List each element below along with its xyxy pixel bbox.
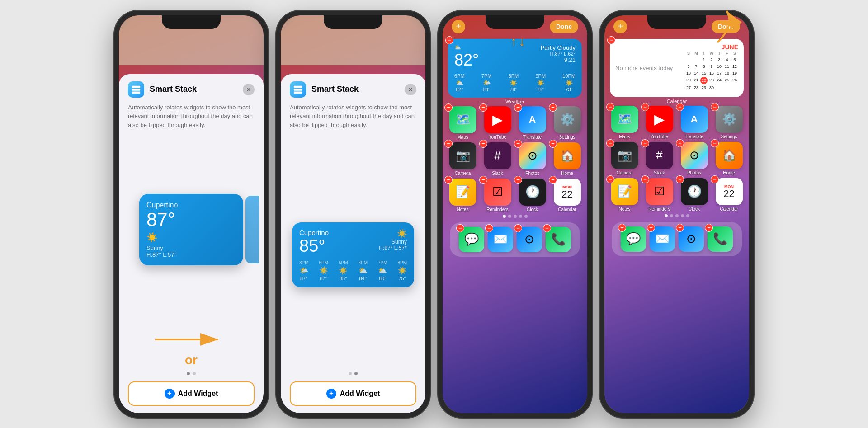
app-maps-4[interactable]: − 🗺️ Maps [609, 106, 640, 139]
minus-youtube[interactable]: − [479, 103, 487, 112]
minus-settings-4[interactable]: − [711, 103, 719, 111]
minus-calendar[interactable]: − [549, 176, 557, 184]
minus-slack[interactable]: − [479, 140, 487, 148]
weather-widget-2[interactable]: Cupertino 85° ☀️ Sunny H:87° L:57° [292, 222, 414, 287]
app-reminders-4[interactable]: − ☑ Reminders [644, 178, 675, 212]
calendar-icon-4: MON 22 [716, 178, 743, 205]
or-arrow-svg [146, 326, 236, 353]
hilo-2: H:87° L:57° [379, 245, 407, 251]
dock-safari-3[interactable]: − ⊙ [517, 227, 542, 252]
settings-icon-4: ⚙️ [716, 106, 743, 133]
hilo-1: H:87° L:57° [146, 251, 236, 258]
app-translate-3[interactable]: − A Translate [517, 106, 548, 140]
weather-label-3: Weather [448, 99, 582, 104]
app-youtube-4[interactable]: − ▶ YouTube [644, 106, 675, 139]
app-calendar-4[interactable]: − MON 22 Calendar [713, 178, 745, 212]
minus-phone-4[interactable]: − [705, 224, 713, 232]
minus-home[interactable]: − [549, 140, 557, 148]
city-1: Cupertino [146, 201, 236, 209]
minus-camera[interactable]: − [444, 140, 453, 148]
dock-phone-3[interactable]: − 📞 [546, 227, 571, 252]
youtube-label-3: YouTube [489, 135, 506, 140]
app-maps-3[interactable]: − 🗺️ Maps [447, 106, 478, 140]
phones-container: Smart Stack × Automatically rotates widg… [0, 0, 868, 428]
minus-translate[interactable]: − [514, 103, 522, 112]
minus-calendar-4[interactable]: − [711, 175, 719, 183]
app-home-4[interactable]: − 🏠 Home [713, 142, 745, 175]
youtube-label-4: YouTube [651, 134, 668, 139]
minus-mail-4[interactable]: − [647, 224, 655, 232]
weather-widget-1[interactable]: Cupertino 87° ☀️ Sunny H:87° L:57° [139, 194, 243, 265]
app-youtube-3[interactable]: − ▶ YouTube [482, 106, 513, 140]
dot-2-a [349, 372, 352, 375]
dock-phone-4[interactable]: − 📞 [708, 226, 733, 252]
phone-1-screen: Smart Stack × Automatically rotates widg… [119, 15, 264, 413]
app-notes-4[interactable]: − 📝 Notes [609, 178, 640, 212]
minus-slack-4[interactable]: − [641, 139, 649, 147]
plus-btn-3[interactable]: + [452, 20, 465, 33]
app-settings-3[interactable]: − ⚙️ Settings [552, 106, 583, 140]
page-dot-3-1 [503, 215, 506, 218]
dock-messages-4[interactable]: − 💬 [621, 226, 646, 252]
minus-notes[interactable]: − [444, 176, 453, 184]
app-settings-4[interactable]: − ⚙️ Settings [713, 106, 745, 139]
app-camera-3[interactable]: − 📷 Camera [447, 142, 478, 176]
minus-photos-4[interactable]: − [676, 139, 684, 147]
minus-photos[interactable]: − [514, 140, 522, 148]
app-slack-4[interactable]: − # Slack [644, 142, 675, 175]
minus-reminders-4[interactable]: − [641, 175, 649, 183]
minus-maps-4[interactable]: − [606, 103, 614, 111]
dock-safari-4[interactable]: − ⊙ [679, 226, 704, 252]
wp-header-2: Smart Stack × [290, 81, 416, 98]
temp-2: 85° [299, 236, 329, 256]
wp-close-btn-1[interactable]: × [243, 84, 255, 95]
minus-clock[interactable]: − [514, 176, 522, 184]
smart-stack-icon-2 [290, 81, 306, 98]
page-dot-3-2 [508, 215, 511, 218]
app-slack-3[interactable]: − # Slack [482, 142, 513, 176]
app-clock-3[interactable]: − 🕐 Clock [517, 179, 548, 212]
minus-home-4[interactable]: − [711, 139, 719, 147]
wp-close-btn-2[interactable]: × [405, 84, 416, 95]
apps-row1-4: − 🗺️ Maps − ▶ YouTube − A Translate [604, 106, 749, 139]
minus-clock-4[interactable]: − [676, 175, 684, 183]
phone-4-frame: + Done − No more events today [600, 11, 754, 418]
dock-mail-3[interactable]: − ✉️ [488, 227, 513, 252]
minus-maps[interactable]: − [444, 103, 453, 112]
dock-messages-3[interactable]: − 💬 [459, 227, 484, 252]
minus-messages-4[interactable]: − [618, 224, 626, 232]
dock-mail-4[interactable]: − ✉️ [650, 226, 675, 252]
app-photos-3[interactable]: − ⊙ Photos [517, 142, 548, 176]
app-camera-4[interactable]: − 📷 Camera [609, 142, 640, 175]
minus-notes-4[interactable]: − [606, 175, 614, 183]
app-reminders-3[interactable]: − ☑ Reminders [482, 179, 513, 212]
app-translate-4[interactable]: − A Translate [679, 106, 710, 139]
minus-safari-3[interactable]: − [514, 224, 522, 232]
photos-icon-3: ⊙ [519, 142, 546, 169]
app-clock-4[interactable]: − 🕐 Clock [679, 178, 710, 212]
add-widget-btn-1[interactable]: + Add Widget [128, 381, 255, 406]
minus-messages-3[interactable]: − [456, 224, 464, 232]
today-cell-4: 22 [700, 77, 708, 84]
app-calendar-3[interactable]: − MON 22 Calendar [552, 179, 583, 212]
minus-camera-4[interactable]: − [606, 139, 614, 147]
minus-reminders[interactable]: − [479, 176, 487, 184]
done-btn-3[interactable]: Done [550, 20, 578, 33]
minus-mail-3[interactable]: − [485, 224, 493, 232]
minus-phone-3[interactable]: − [543, 224, 551, 232]
add-widget-btn-2[interactable]: + Add Widget [290, 381, 416, 406]
wp-header-1: Smart Stack × [128, 81, 255, 98]
plus-btn-4[interactable]: + [613, 20, 627, 33]
condition-2: Sunny [379, 239, 407, 245]
camera-icon-3: 📷 [449, 142, 476, 169]
minus-translate-4[interactable]: − [676, 103, 684, 111]
app-photos-4[interactable]: − ⊙ Photos [679, 142, 710, 175]
minus-safari-4[interactable]: − [676, 224, 684, 232]
app-notes-3[interactable]: − 📝 Notes [447, 179, 478, 212]
translate-icon-3: A [519, 106, 546, 133]
phone-4-wrapper: + Done − No more events today [600, 11, 754, 418]
minus-settings[interactable]: − [549, 103, 557, 112]
camera-label-3: Camera [455, 171, 471, 176]
minus-youtube-4[interactable]: − [641, 103, 649, 111]
app-home-3[interactable]: − 🏠 Home [552, 142, 583, 176]
